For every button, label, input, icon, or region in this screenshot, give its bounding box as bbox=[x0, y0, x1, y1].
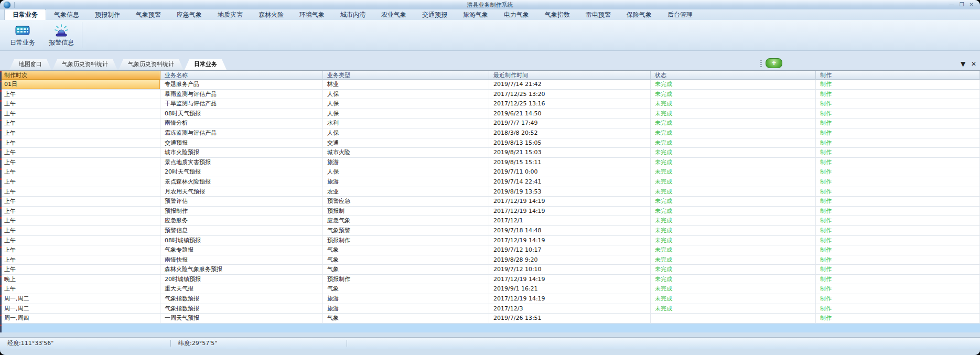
table-row[interactable]: 上午20时天气预报人保2019/7/11 0:00未完成制作 bbox=[0, 167, 980, 177]
table-row[interactable]: 上午景点地质灾害预报旅游2019/8/15 15:11未完成制作 bbox=[0, 158, 980, 168]
cell-name: 预警评估 bbox=[160, 197, 323, 207]
ribbon-tab-12[interactable]: 旅游气象 bbox=[455, 9, 496, 20]
ribbon-tab-7[interactable]: 森林火险 bbox=[251, 9, 292, 20]
column-header-4[interactable]: 最近制作时间 bbox=[489, 71, 651, 80]
ribbon-tab-15[interactable]: 雷电预警 bbox=[578, 9, 619, 20]
ribbon-tab-4[interactable]: 气象预警 bbox=[128, 9, 169, 20]
cell-action[interactable]: 制作 bbox=[816, 207, 980, 217]
cell-time: 2019/8/15 15:11 bbox=[489, 158, 651, 168]
column-header-1[interactable]: 制作时次 bbox=[0, 71, 160, 80]
table-row[interactable]: 晚上20时城镇预报预报制作2017/12/19 14:19未完成制作 bbox=[0, 275, 980, 285]
table-row[interactable]: 上午重大天气报气象2019/9/1 16:21未完成制作 bbox=[0, 284, 980, 294]
cell-action[interactable]: 制作 bbox=[816, 109, 980, 119]
cell-name: 景点地质灾害预报 bbox=[160, 158, 323, 168]
maximize-button[interactable]: ❐ bbox=[960, 0, 964, 9]
ribbon-tab-10[interactable]: 农业气象 bbox=[373, 9, 414, 20]
cell-action[interactable]: 制作 bbox=[816, 294, 980, 304]
ribbon-tab-8[interactable]: 环境气象 bbox=[292, 9, 332, 20]
table-row[interactable]: 上午应急服务应急气象2017/12/1未完成制作 bbox=[0, 216, 980, 226]
table-row[interactable]: 上午预警信息气象预警2019/7/18 14:48未完成制作 bbox=[0, 226, 980, 236]
ribbon-tab-2[interactable]: 气象信息 bbox=[46, 9, 87, 20]
table-row[interactable]: 上午城市火险预报城市火险2019/8/21 15:03未完成制作 bbox=[0, 148, 980, 158]
cell-action[interactable]: 制作 bbox=[816, 177, 980, 187]
ribbon-tab-16[interactable]: 保险气象 bbox=[619, 9, 660, 20]
column-header-2[interactable]: 业务名称 bbox=[160, 71, 323, 80]
table-row[interactable]: 上午预警评估预警应急2017/12/19 14:19未完成制作 bbox=[0, 197, 980, 207]
cell-type: 预报制作 bbox=[323, 236, 489, 246]
cell-action[interactable]: 制作 bbox=[816, 187, 980, 197]
ribbon-tab-5[interactable]: 应急气象 bbox=[169, 9, 210, 20]
cell-action[interactable]: 制作 bbox=[816, 284, 980, 294]
cell-action[interactable]: 制作 bbox=[816, 148, 980, 158]
ribbon-tab-9[interactable]: 城市内涝 bbox=[332, 9, 373, 20]
ribbon-panel: 日常业务 报警信息 bbox=[0, 20, 980, 51]
table-row[interactable]: 上午预报制作预报制2017/12/19 14:19未完成制作 bbox=[0, 207, 980, 217]
cell-type: 旅游 bbox=[323, 177, 489, 187]
cell-action[interactable]: 制作 bbox=[816, 197, 980, 207]
table-row[interactable]: 上午景点森林火险预报旅游2019/7/14 22:41未完成制作 bbox=[0, 177, 980, 187]
table-row[interactable]: 上午干旱监测与评估产品人保2017/12/25 13:16未完成制作 bbox=[0, 99, 980, 109]
ribbon-tab-bar: 日常业务气象信息预报制作气象预警应急气象地质灾害森林火险环境气象城市内涝农业气象… bbox=[0, 9, 980, 20]
table-row[interactable]: 周一,周四一周天气预报气象2019/7/26 13:51制作 bbox=[0, 314, 980, 324]
tabstrip-close-icon[interactable]: ✕ bbox=[971, 60, 976, 68]
close-button[interactable]: ✕ bbox=[970, 0, 974, 9]
cell-time: 2019/9/1 16:21 bbox=[489, 284, 651, 294]
cell-action[interactable]: 制作 bbox=[816, 226, 980, 236]
cell-type: 人保 bbox=[323, 109, 489, 119]
ribbon-tab-17[interactable]: 后台管理 bbox=[660, 9, 701, 20]
table-row[interactable]: 上午暴雨监测与评估产品人保2017/12/25 13:20未完成制作 bbox=[0, 90, 980, 100]
ribbon-tab-3[interactable]: 预报制作 bbox=[87, 9, 128, 20]
cell-time: 2017/12/19 14:19 bbox=[489, 236, 651, 246]
table-row[interactable]: 周一,周二气象指数预报旅游2017/12/3未完成制作 bbox=[0, 304, 980, 314]
cell-action[interactable]: 制作 bbox=[816, 138, 980, 148]
table-new-row-band[interactable] bbox=[0, 324, 980, 332]
table-row[interactable]: 上午森林火险气象服务预报气象2019/7/12 10:10未完成制作 bbox=[0, 265, 980, 275]
cell-action[interactable]: 制作 bbox=[816, 255, 980, 265]
cell-action[interactable]: 制作 bbox=[816, 119, 980, 128]
table-row[interactable]: 上午08时天气预报人保2019/6/21 14:50未完成制作 bbox=[0, 109, 980, 119]
cell-action[interactable]: 制作 bbox=[816, 314, 980, 324]
alarm-info-button[interactable]: 报警信息 bbox=[42, 20, 81, 50]
ribbon-tab-13[interactable]: 电力气象 bbox=[496, 9, 537, 20]
column-header-3[interactable]: 业务类型 bbox=[323, 71, 489, 80]
document-tab-3[interactable]: 气象历史资料统计 bbox=[119, 59, 184, 70]
minimize-button[interactable]: — bbox=[949, 0, 954, 9]
cell-time: 2019/7/11 0:00 bbox=[489, 167, 651, 177]
table-row[interactable]: 上午交通预报交通2019/8/13 15:05未完成制作 bbox=[0, 138, 980, 148]
table-row[interactable]: 上午月农用天气预报农业2019/8/19 13:53未完成制作 bbox=[0, 187, 980, 197]
cell-action[interactable]: 制作 bbox=[816, 167, 980, 177]
document-tab-1[interactable]: 地图窗口 bbox=[9, 59, 51, 70]
daily-business-button[interactable]: 日常业务 bbox=[3, 20, 42, 50]
table-row[interactable]: 01日专题服务产品林业2019/7/14 21:42未完成制作 bbox=[0, 80, 980, 90]
cell-action[interactable]: 制作 bbox=[816, 275, 980, 285]
table-row[interactable]: 上午08时城镇预报预报制作2017/12/19 14:19未完成制作 bbox=[0, 236, 980, 246]
cell-name: 专题服务产品 bbox=[160, 80, 323, 90]
tabstrip-grip bbox=[760, 60, 762, 67]
cell-action[interactable]: 制作 bbox=[816, 158, 980, 168]
document-tab-2[interactable]: 气象历史资料统计 bbox=[52, 59, 117, 70]
table-row[interactable]: 上午霜冻监测与评估产品人保2018/3/8 20:52未完成制作 bbox=[0, 128, 980, 138]
cell-action[interactable]: 制作 bbox=[816, 265, 980, 275]
cell-action[interactable]: 制作 bbox=[816, 216, 980, 226]
table-row[interactable]: 周一,周二气象指数预报旅游2017/12/19 14:19未完成制作 bbox=[0, 294, 980, 304]
cell-action[interactable]: 制作 bbox=[816, 99, 980, 109]
cell-action[interactable]: 制作 bbox=[816, 304, 980, 314]
table-row[interactable]: 上午雨情分析水利2019/7/7 17:49未完成制作 bbox=[0, 119, 980, 128]
column-header-5[interactable]: 状态 bbox=[651, 71, 816, 80]
column-header-6[interactable]: 制作 bbox=[816, 71, 980, 80]
cell-action[interactable]: 制作 bbox=[816, 245, 980, 255]
cell-name: 雨情分析 bbox=[160, 119, 323, 128]
add-tab-button[interactable]: + bbox=[766, 58, 782, 68]
ribbon-tab-6[interactable]: 地质灾害 bbox=[210, 9, 251, 20]
tabstrip-dropdown-icon[interactable]: ▼ bbox=[961, 60, 965, 68]
ribbon-tab-1[interactable]: 日常业务 bbox=[4, 9, 46, 20]
cell-action[interactable]: 制作 bbox=[816, 128, 980, 138]
cell-action[interactable]: 制作 bbox=[816, 236, 980, 246]
table-row[interactable]: 上午雨情快报气象2019/8/28 9:20未完成制作 bbox=[0, 255, 980, 265]
table-row[interactable]: 上午气象专题报气象2019/7/12 10:17未完成制作 bbox=[0, 245, 980, 255]
document-tab-4[interactable]: 日常业务 bbox=[185, 59, 227, 70]
cell-action[interactable]: 制作 bbox=[816, 80, 980, 90]
cell-action[interactable]: 制作 bbox=[816, 90, 980, 100]
ribbon-tab-11[interactable]: 交通预报 bbox=[414, 9, 455, 20]
ribbon-tab-14[interactable]: 气象指数 bbox=[537, 9, 578, 20]
